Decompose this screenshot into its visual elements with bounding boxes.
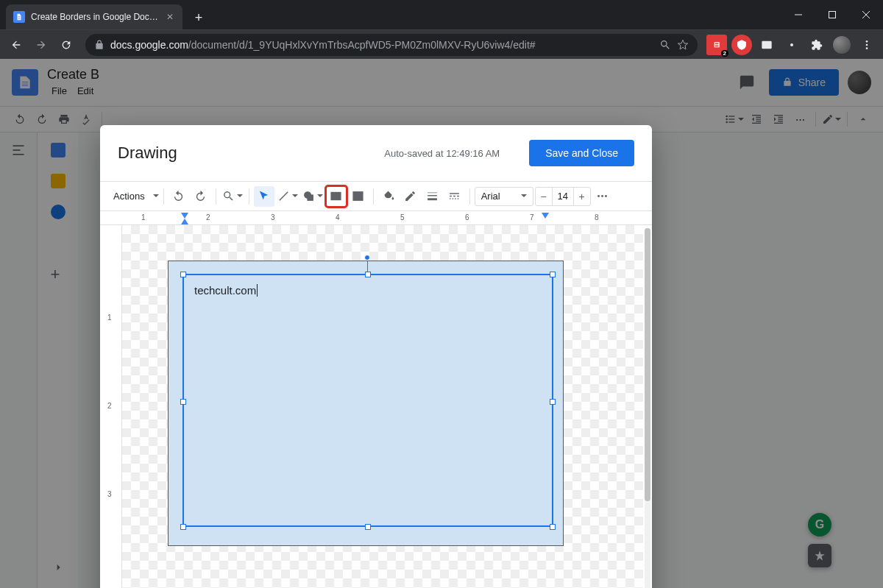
font-size-decrease[interactable]: −: [536, 191, 552, 202]
svg-rect-1: [829, 12, 836, 18]
svg-point-8: [866, 43, 868, 46]
rotation-handle[interactable]: [364, 255, 370, 261]
border-weight-icon[interactable]: [422, 186, 443, 207]
docs-app: Create B File Edit Share ⋯: [0, 59, 883, 588]
text-box[interactable]: techcult.com: [182, 274, 553, 527]
modal-header: Drawing Auto-saved at 12:49:16 AM Save a…: [100, 125, 652, 181]
zoom-icon[interactable]: [221, 186, 244, 207]
drawing-modal: Drawing Auto-saved at 12:49:16 AM Save a…: [100, 125, 652, 588]
forward-button[interactable]: [31, 35, 52, 55]
url-input[interactable]: docs.google.com/document/d/1_9YUqHxlXvYm…: [85, 34, 698, 56]
url-path: /document/d/1_9YUqHxlXvYmTrbsAcpfWD5-PM0…: [188, 39, 536, 51]
extensions-puzzle-icon[interactable]: [806, 35, 827, 55]
font-size-value[interactable]: 14: [552, 188, 574, 205]
tab-close-icon[interactable]: ✕: [165, 12, 175, 22]
svg-point-46: [597, 195, 600, 197]
extension-todoist-icon[interactable]: ⊟2: [706, 35, 727, 55]
maximize-button[interactable]: [815, 0, 849, 29]
svg-rect-38: [450, 193, 459, 194]
search-icon[interactable]: [659, 39, 671, 51]
resize-handle[interactable]: [180, 399, 186, 405]
extension-pip-icon[interactable]: [756, 35, 777, 55]
drawing-canvas[interactable]: 1 2 3 techcult.com: [100, 225, 652, 588]
new-tab-button[interactable]: +: [188, 7, 209, 28]
vertical-ruler[interactable]: 1 2 3: [100, 225, 122, 588]
window-controls: [781, 0, 883, 29]
svg-rect-45: [458, 198, 458, 199]
redo-icon[interactable]: [191, 186, 211, 207]
svg-rect-39: [450, 196, 452, 196]
font-size-stepper[interactable]: − 14 +: [535, 187, 591, 206]
svg-point-47: [601, 195, 603, 197]
svg-rect-35: [428, 193, 437, 194]
border-color-icon[interactable]: [400, 186, 421, 207]
svg-line-29: [279, 192, 287, 200]
address-bar: docs.google.com/document/d/1_9YUqHxlXvYm…: [0, 29, 883, 59]
shape-tool-icon[interactable]: [301, 186, 325, 207]
reload-button[interactable]: [56, 35, 77, 55]
svg-point-7: [866, 40, 868, 43]
svg-rect-43: [453, 198, 453, 199]
profile-avatar[interactable]: [831, 35, 852, 55]
border-dash-icon[interactable]: [444, 186, 465, 207]
left-indent-marker[interactable]: [181, 213, 188, 219]
fill-color-icon[interactable]: [378, 186, 399, 207]
horizontal-ruler[interactable]: 1 2 3 4 5 6 7 8: [100, 210, 652, 225]
docs-favicon: [13, 11, 25, 23]
more-options-icon[interactable]: [592, 186, 613, 207]
text-box-tool-icon[interactable]: [326, 186, 347, 207]
svg-rect-40: [453, 196, 455, 196]
svg-rect-41: [457, 196, 459, 196]
text-box-content: techcult.com: [194, 284, 258, 297]
image-tool-icon[interactable]: [348, 186, 369, 207]
font-size-increase[interactable]: +: [574, 191, 590, 202]
svg-rect-36: [428, 195, 437, 196]
resize-handle[interactable]: [550, 399, 556, 405]
actions-menu[interactable]: Actions: [107, 191, 149, 202]
autosave-status: Auto-saved at 12:49:16 AM: [384, 148, 500, 159]
resize-handle[interactable]: [550, 524, 556, 530]
url-host: docs.google.com: [110, 39, 188, 51]
drawing-toolbar: Actions Arial − 14 +: [100, 181, 652, 210]
select-tool-icon[interactable]: [254, 186, 274, 207]
browser-menu-icon[interactable]: [857, 35, 877, 55]
font-select[interactable]: Arial: [475, 187, 533, 206]
line-tool-icon[interactable]: [276, 186, 299, 207]
extension-adblock-icon[interactable]: [731, 35, 752, 55]
chevron-down-icon: [153, 194, 159, 199]
vertical-scrollbar[interactable]: [645, 228, 650, 588]
minimize-button[interactable]: [781, 0, 815, 29]
svg-point-9: [866, 47, 868, 49]
close-window-button[interactable]: [849, 0, 883, 29]
undo-icon[interactable]: [169, 186, 189, 207]
svg-rect-5: [767, 45, 770, 47]
save-and-close-button[interactable]: Save and Close: [529, 140, 634, 166]
resize-handle[interactable]: [180, 524, 186, 530]
extension-generic-icon[interactable]: [781, 35, 802, 55]
star-icon[interactable]: [677, 39, 689, 51]
browser-tab[interactable]: Create Borders in Google Docs - ✕: [6, 4, 182, 29]
first-line-indent-marker[interactable]: [181, 219, 188, 224]
modal-title: Drawing: [118, 144, 177, 163]
svg-rect-31: [308, 195, 313, 200]
right-indent-marker[interactable]: [542, 213, 549, 219]
svg-rect-44: [455, 198, 455, 199]
browser-titlebar: Create Borders in Google Docs - ✕ +: [0, 0, 883, 29]
svg-rect-37: [428, 198, 437, 200]
resize-handle[interactable]: [180, 272, 186, 277]
resize-handle[interactable]: [365, 524, 371, 530]
lock-icon: [94, 40, 104, 50]
svg-point-6: [790, 43, 793, 46]
svg-point-48: [605, 195, 607, 197]
tab-title: Create Borders in Google Docs -: [31, 12, 159, 22]
svg-rect-42: [450, 198, 450, 199]
back-button[interactable]: [6, 35, 26, 55]
resize-handle[interactable]: [550, 272, 556, 277]
resize-handle[interactable]: [365, 272, 371, 277]
